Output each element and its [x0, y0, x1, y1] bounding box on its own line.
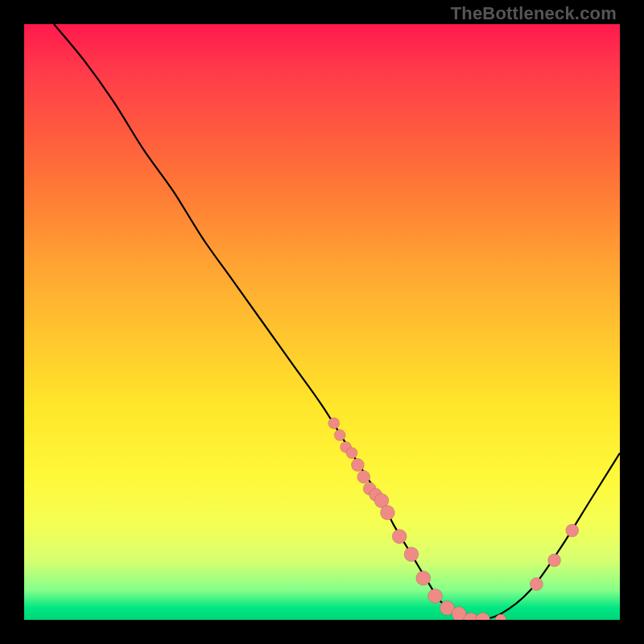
marker-point [548, 554, 561, 567]
marker-point [476, 613, 490, 620]
marker-point [416, 571, 431, 585]
marker-point [334, 430, 345, 441]
marker-point [530, 578, 543, 591]
bottleneck-curve [54, 24, 620, 620]
marker-point [380, 506, 394, 520]
chart-area [24, 24, 620, 620]
marker-point [346, 448, 357, 459]
marker-point [392, 529, 407, 543]
marker-point [428, 588, 443, 603]
watermark-text: TheBottleneck.com [451, 3, 617, 24]
marker-point [351, 459, 364, 472]
marker-point [357, 470, 370, 483]
marker-point [566, 524, 579, 537]
marker-point [404, 547, 419, 562]
markers [328, 418, 579, 620]
marker-point [328, 418, 340, 429]
plot-svg [24, 24, 620, 620]
